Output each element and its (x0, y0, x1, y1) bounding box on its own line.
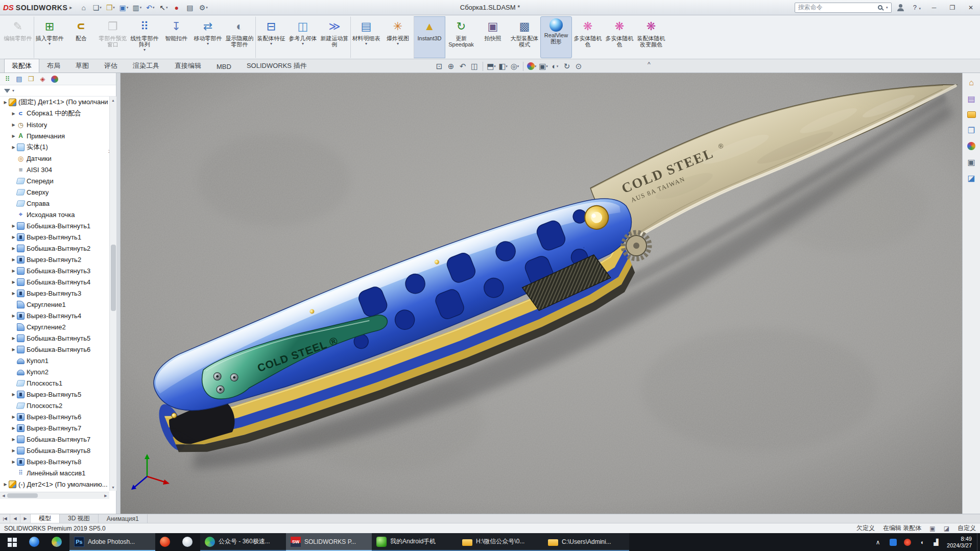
feature-manager-tree-icon[interactable]: ⠿ (3, 75, 12, 83)
tree-horizontal-scrollbar[interactable]: ◀ ▶ (0, 492, 109, 499)
expand-arrow-icon[interactable]: ▶ (10, 392, 17, 397)
expand-arrow-icon[interactable]: ▶ (10, 269, 17, 273)
forum-icon[interactable]: ◪ (966, 172, 977, 183)
property-manager-icon[interactable]: ▤ (15, 75, 23, 83)
taskbar-button[interactable] (25, 533, 47, 551)
tree-item[interactable]: ▶ Вырез-Вытянуть8 (0, 456, 109, 467)
ribbon-tab[interactable]: 布局 (39, 59, 68, 73)
tree-item[interactable]: ▶ 实体(1) (0, 141, 109, 153)
tree-item[interactable]: Сверху (0, 186, 109, 198)
expand-arrow-icon[interactable]: ▶ (10, 347, 17, 352)
ribbon-button[interactable]: ▤ 材料明细表 ▾ (350, 16, 382, 58)
edit-appearance-icon[interactable]: ▾ (527, 61, 537, 72)
new-document-icon[interactable]: ❏ ▾ (90, 2, 104, 14)
tree-vertical-scrollbar[interactable]: ▲ ▼ (109, 97, 116, 491)
tree-item[interactable]: ▶ Вырез-Вытянуть5 (0, 389, 109, 400)
magnify-icon[interactable]: ⊙ (573, 61, 584, 72)
taskbar-button[interactable] (178, 533, 200, 551)
model-tab[interactable]: 3D 视图 (60, 514, 99, 523)
ribbon-button[interactable]: ∪ 配合 (65, 16, 97, 58)
ribbon-button[interactable]: RealView图形 (540, 16, 572, 58)
home-icon[interactable]: ⌂ (77, 2, 90, 14)
ribbon-tab[interactable]: 直接编辑 (167, 59, 209, 73)
previous-view-icon[interactable]: ↶ (458, 61, 468, 72)
panel-splitter[interactable] (116, 73, 121, 514)
tree-item[interactable]: ▶ Вырез-Вытянуть3 (0, 288, 109, 299)
minimize-button[interactable]: ─ (925, 0, 943, 15)
tree-filter-row[interactable]: ▾ (0, 85, 116, 97)
open-folder-icon[interactable]: ❒ ▾ (104, 2, 117, 14)
scroll-down-icon[interactable]: ▼ (110, 484, 116, 491)
tree-item[interactable]: ▶ Вырез-Вытянуть1 (0, 231, 109, 243)
tray-blue-icon[interactable] (889, 538, 898, 547)
volume-icon[interactable]: ◖ (917, 538, 926, 547)
tree-item[interactable]: ▶ Бобышка-Вытянуть7 (0, 434, 109, 445)
expand-arrow-icon[interactable]: ▶ (2, 100, 9, 105)
tab-nav-arrow-icon[interactable]: ▶ (20, 514, 31, 523)
rebuild-icon[interactable]: ● (170, 2, 183, 14)
taskbar-clock[interactable]: 8:49 2024/3/27 (947, 536, 972, 549)
command-search-box[interactable]: 搜索命令 ▾ (795, 3, 892, 13)
scrollbar-thumb[interactable] (111, 245, 116, 311)
tree-item[interactable]: Исходная точка (0, 209, 109, 220)
taskbar-button[interactable]: 我的Android手机 (372, 533, 458, 551)
tree-item[interactable]: ▶ Сборка1 中的配合 (0, 108, 109, 119)
expand-arrow-icon[interactable]: ▶ (10, 460, 17, 464)
taskbar-button[interactable]: 公众号 - 360极速... (200, 533, 286, 551)
start-button[interactable] (0, 533, 25, 551)
tree-item[interactable]: Линейный массив1 (0, 467, 109, 478)
taskbar-button[interactable]: Ps Adobe Photosh... (69, 533, 155, 551)
expand-arrow-icon[interactable]: ▶ (10, 145, 17, 150)
expand-arrow-icon[interactable]: ▶ (10, 134, 17, 138)
ribbon-button[interactable]: ↧ 智能扣件 (160, 16, 192, 58)
customize-status-bar[interactable]: 自定义 (958, 524, 976, 533)
tree-item[interactable]: ▶ Бобышка-Вытянуть3 (0, 265, 109, 276)
expand-arrow-icon[interactable]: ▶ (10, 437, 17, 442)
configuration-manager-icon[interactable]: ❒ (27, 75, 35, 83)
tree-item[interactable]: ▶ Бобышка-Вытянуть2 (0, 243, 109, 254)
ribbon-tab[interactable]: 装配体 (4, 59, 39, 73)
section-view-icon[interactable]: ◫ (469, 61, 480, 72)
expand-arrow-icon[interactable]: ▶ (10, 336, 17, 341)
tree-item[interactable]: ▶ Бобышка-Вытянуть4 (0, 276, 109, 288)
filter-dropdown-icon[interactable]: ▾ (12, 88, 14, 93)
tray-chevron-icon[interactable]: ∧ (873, 538, 882, 547)
tree-item[interactable]: Датчики (0, 153, 109, 164)
ribbon-button[interactable]: ❋ 多实体随机色 (604, 16, 635, 58)
expand-arrow-icon[interactable]: ▶ (10, 246, 17, 251)
display-style-icon[interactable]: ◧ ▾ (498, 61, 508, 72)
expand-arrow-icon[interactable]: ▶ (10, 111, 17, 116)
custom-properties-icon[interactable]: ▣ (966, 156, 977, 167)
ribbon-tab[interactable]: 评估 (97, 59, 125, 73)
ribbon-button[interactable]: ◐ 显示隐藏的零部件 (224, 16, 255, 58)
ribbon-button[interactable]: ❋ 多实体随机色 (572, 16, 604, 58)
tree-item[interactable]: ▶ Бобышка-Вытянуть8 (0, 445, 109, 456)
appearances-icon[interactable] (966, 140, 977, 152)
tree-item[interactable]: ▶ Бобышка-Вытянуть1 (0, 220, 109, 231)
show-desktop-button[interactable] (977, 533, 980, 551)
taskbar-button[interactable] (155, 533, 178, 551)
graphics-viewport[interactable]: COLD STEEL ® AUS 8A TAIWAN (121, 73, 962, 514)
tree-item[interactable]: ▶ Вырез-Вытянуть4 (0, 310, 109, 321)
view-orientation-icon[interactable]: ⬒ ▾ (486, 61, 496, 72)
apply-scene-icon[interactable]: ▣ ▾ (538, 61, 548, 72)
close-button[interactable]: ✕ (962, 0, 980, 15)
ribbon-button[interactable]: ⊟ 装配体特征 ▾ (255, 16, 287, 58)
taskbar-button[interactable]: H:\微信公众号\0... (458, 533, 543, 551)
expand-arrow-icon[interactable]: ▶ (10, 448, 17, 453)
tree-item[interactable]: Спереди (0, 175, 109, 186)
login-user-icon[interactable] (897, 4, 904, 11)
tree-item[interactable]: ▶ Вырез-Вытянуть2 (0, 254, 109, 265)
expand-arrow-icon[interactable]: ▶ (10, 235, 17, 239)
tree-item[interactable]: Купол1 (0, 355, 109, 366)
ribbon-button[interactable]: ❋ 装配体随机改变颜色 (635, 16, 667, 58)
tree-item[interactable]: Справа (0, 198, 109, 209)
ribbon-tab[interactable]: MBD (209, 60, 239, 73)
rotate-view-icon[interactable]: ↻ (562, 61, 572, 72)
display-manager-icon[interactable] (50, 75, 59, 83)
ribbon-button[interactable]: ◫ 参考几何体 ▾ (287, 16, 319, 58)
model-tab[interactable]: 模型 (31, 514, 60, 523)
ribbon-button[interactable]: ⠿ 线性零部件阵列 ▾ (129, 16, 160, 58)
expand-arrow-icon[interactable]: ▶ (2, 482, 9, 487)
help-button[interactable]: ? ▾ (913, 4, 921, 11)
